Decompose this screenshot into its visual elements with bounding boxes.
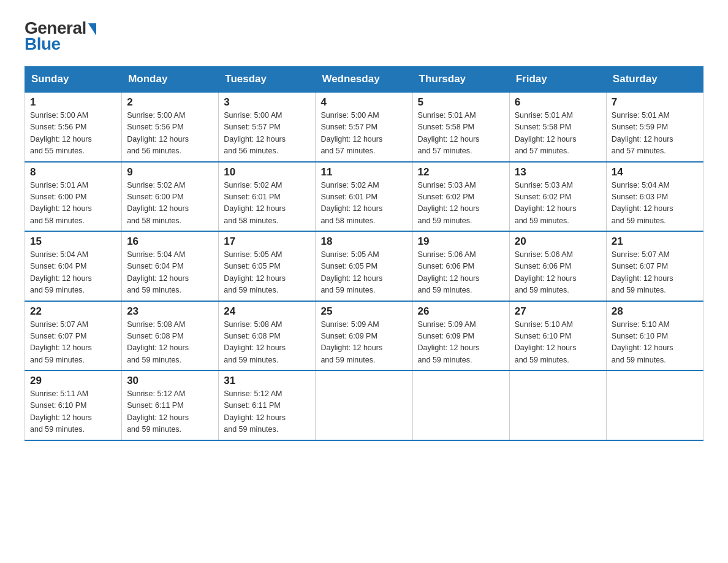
day-number: 2 (127, 96, 213, 109)
day-number: 1 (30, 96, 116, 109)
day-info: Sunrise: 5:12 AMSunset: 6:11 PMDaylight:… (127, 388, 213, 436)
calendar-cell (412, 370, 509, 440)
calendar-cell: 18Sunrise: 5:05 AMSunset: 6:05 PMDayligh… (316, 231, 412, 301)
day-info: Sunrise: 5:00 AMSunset: 5:56 PMDaylight:… (127, 110, 213, 158)
col-header-monday: Monday (122, 67, 219, 93)
logo-blue: Blue (25, 34, 61, 54)
day-number: 23 (127, 305, 213, 318)
calendar-cell: 14Sunrise: 5:04 AMSunset: 6:03 PMDayligh… (606, 162, 703, 232)
calendar-header-row: SundayMondayTuesdayWednesdayThursdayFrid… (25, 67, 703, 93)
day-info: Sunrise: 5:05 AMSunset: 6:05 PMDaylight:… (320, 249, 407, 297)
col-header-thursday: Thursday (412, 67, 509, 93)
calendar-cell: 19Sunrise: 5:06 AMSunset: 6:06 PMDayligh… (412, 231, 509, 301)
day-number: 19 (418, 236, 504, 248)
day-info: Sunrise: 5:04 AMSunset: 6:03 PMDaylight:… (612, 180, 698, 228)
day-info: Sunrise: 5:03 AMSunset: 6:02 PMDaylight:… (515, 180, 601, 228)
day-info: Sunrise: 5:01 AMSunset: 5:58 PMDaylight:… (418, 110, 504, 158)
day-number: 15 (30, 236, 116, 248)
day-info: Sunrise: 5:03 AMSunset: 6:02 PMDaylight:… (418, 180, 504, 228)
day-number: 6 (515, 96, 601, 109)
calendar-cell: 9Sunrise: 5:02 AMSunset: 6:00 PMDaylight… (122, 162, 219, 232)
calendar-cell: 28Sunrise: 5:10 AMSunset: 6:10 PMDayligh… (606, 301, 703, 371)
col-header-tuesday: Tuesday (219, 67, 316, 93)
week-row-4: 22Sunrise: 5:07 AMSunset: 6:07 PMDayligh… (25, 301, 703, 371)
calendar-table: SundayMondayTuesdayWednesdayThursdayFrid… (25, 66, 703, 441)
calendar-cell: 8Sunrise: 5:01 AMSunset: 6:00 PMDaylight… (25, 162, 122, 232)
day-number: 14 (612, 166, 698, 178)
day-info: Sunrise: 5:08 AMSunset: 6:08 PMDaylight:… (127, 319, 213, 367)
day-number: 5 (418, 96, 504, 109)
calendar-cell: 17Sunrise: 5:05 AMSunset: 6:05 PMDayligh… (219, 231, 316, 301)
day-number: 24 (224, 305, 310, 318)
calendar-cell: 13Sunrise: 5:03 AMSunset: 6:02 PMDayligh… (509, 162, 606, 232)
week-row-2: 8Sunrise: 5:01 AMSunset: 6:00 PMDaylight… (25, 162, 703, 232)
day-info: Sunrise: 5:09 AMSunset: 6:09 PMDaylight:… (418, 319, 504, 367)
day-number: 31 (224, 375, 310, 387)
col-header-friday: Friday (509, 67, 606, 93)
calendar-cell: 27Sunrise: 5:10 AMSunset: 6:10 PMDayligh… (509, 301, 606, 371)
calendar-cell: 12Sunrise: 5:03 AMSunset: 6:02 PMDayligh… (412, 162, 509, 232)
week-row-1: 1Sunrise: 5:00 AMSunset: 5:56 PMDaylight… (25, 92, 703, 162)
calendar-cell: 23Sunrise: 5:08 AMSunset: 6:08 PMDayligh… (122, 301, 219, 371)
day-info: Sunrise: 5:01 AMSunset: 5:58 PMDaylight:… (515, 110, 601, 158)
day-info: Sunrise: 5:00 AMSunset: 5:57 PMDaylight:… (320, 110, 407, 158)
day-info: Sunrise: 5:00 AMSunset: 5:57 PMDaylight:… (224, 110, 310, 158)
calendar-cell: 16Sunrise: 5:04 AMSunset: 6:04 PMDayligh… (122, 231, 219, 301)
day-number: 21 (612, 236, 698, 248)
calendar-cell: 26Sunrise: 5:09 AMSunset: 6:09 PMDayligh… (412, 301, 509, 371)
day-number: 12 (418, 166, 504, 178)
day-number: 8 (30, 166, 116, 178)
day-info: Sunrise: 5:07 AMSunset: 6:07 PMDaylight:… (612, 249, 698, 297)
calendar-cell: 25Sunrise: 5:09 AMSunset: 6:09 PMDayligh… (316, 301, 412, 371)
calendar-cell: 29Sunrise: 5:11 AMSunset: 6:10 PMDayligh… (25, 370, 122, 440)
day-number: 28 (612, 305, 698, 318)
day-info: Sunrise: 5:05 AMSunset: 6:05 PMDaylight:… (224, 249, 310, 297)
day-info: Sunrise: 5:04 AMSunset: 6:04 PMDaylight:… (127, 249, 213, 297)
day-number: 30 (127, 375, 213, 387)
calendar-cell: 4Sunrise: 5:00 AMSunset: 5:57 PMDaylight… (316, 92, 412, 162)
day-info: Sunrise: 5:06 AMSunset: 6:06 PMDaylight:… (418, 249, 504, 297)
day-info: Sunrise: 5:07 AMSunset: 6:07 PMDaylight:… (30, 319, 116, 367)
day-info: Sunrise: 5:10 AMSunset: 6:10 PMDaylight:… (612, 319, 698, 367)
day-number: 3 (224, 96, 310, 109)
page-header: General Blue (25, 18, 703, 54)
day-info: Sunrise: 5:09 AMSunset: 6:09 PMDaylight:… (320, 319, 407, 367)
calendar-cell: 30Sunrise: 5:12 AMSunset: 6:11 PMDayligh… (122, 370, 219, 440)
calendar-cell: 7Sunrise: 5:01 AMSunset: 5:59 PMDaylight… (606, 92, 703, 162)
week-row-5: 29Sunrise: 5:11 AMSunset: 6:10 PMDayligh… (25, 370, 703, 440)
day-info: Sunrise: 5:01 AMSunset: 5:59 PMDaylight:… (612, 110, 698, 158)
day-info: Sunrise: 5:01 AMSunset: 6:00 PMDaylight:… (30, 180, 116, 228)
day-number: 17 (224, 236, 310, 248)
day-number: 22 (30, 305, 116, 318)
day-number: 9 (127, 166, 213, 178)
calendar-cell (316, 370, 412, 440)
day-number: 25 (320, 305, 407, 318)
calendar-cell: 11Sunrise: 5:02 AMSunset: 6:01 PMDayligh… (316, 162, 412, 232)
col-header-wednesday: Wednesday (316, 67, 412, 93)
day-info: Sunrise: 5:12 AMSunset: 6:11 PMDaylight:… (224, 388, 310, 436)
calendar-cell: 22Sunrise: 5:07 AMSunset: 6:07 PMDayligh… (25, 301, 122, 371)
day-number: 29 (30, 375, 116, 387)
calendar-cell: 3Sunrise: 5:00 AMSunset: 5:57 PMDaylight… (219, 92, 316, 162)
calendar-cell: 10Sunrise: 5:02 AMSunset: 6:01 PMDayligh… (219, 162, 316, 232)
calendar-cell: 6Sunrise: 5:01 AMSunset: 5:58 PMDaylight… (509, 92, 606, 162)
calendar-cell: 24Sunrise: 5:08 AMSunset: 6:08 PMDayligh… (219, 301, 316, 371)
day-number: 16 (127, 236, 213, 248)
day-info: Sunrise: 5:06 AMSunset: 6:06 PMDaylight:… (515, 249, 601, 297)
day-number: 26 (418, 305, 504, 318)
calendar-cell: 21Sunrise: 5:07 AMSunset: 6:07 PMDayligh… (606, 231, 703, 301)
day-number: 27 (515, 305, 601, 318)
logo: General Blue (25, 18, 96, 54)
col-header-saturday: Saturday (606, 67, 703, 93)
day-number: 13 (515, 166, 601, 178)
calendar-cell: 2Sunrise: 5:00 AMSunset: 5:56 PMDaylight… (122, 92, 219, 162)
day-info: Sunrise: 5:02 AMSunset: 6:01 PMDaylight:… (224, 180, 310, 228)
calendar-cell: 15Sunrise: 5:04 AMSunset: 6:04 PMDayligh… (25, 231, 122, 301)
day-info: Sunrise: 5:10 AMSunset: 6:10 PMDaylight:… (515, 319, 601, 367)
day-number: 11 (320, 166, 407, 178)
col-header-sunday: Sunday (25, 67, 122, 93)
day-info: Sunrise: 5:08 AMSunset: 6:08 PMDaylight:… (224, 319, 310, 367)
week-row-3: 15Sunrise: 5:04 AMSunset: 6:04 PMDayligh… (25, 231, 703, 301)
calendar-cell: 20Sunrise: 5:06 AMSunset: 6:06 PMDayligh… (509, 231, 606, 301)
calendar-cell (606, 370, 703, 440)
